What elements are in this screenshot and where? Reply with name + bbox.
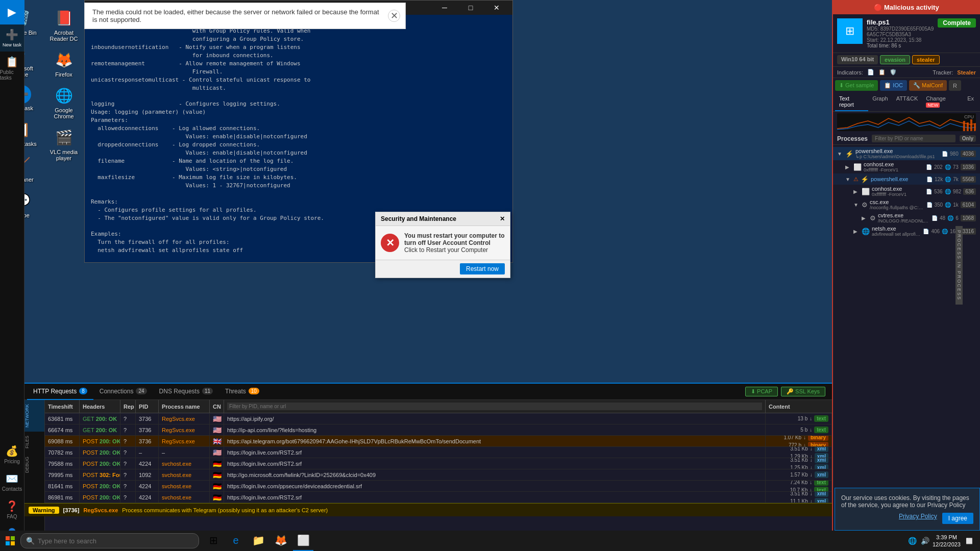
expand-icon-3316[interactable]: ▶ bbox=[853, 229, 860, 234]
table-row[interactable]: 70782 ms POST 200: OK ? – – 🇺🇸 https://l… bbox=[45, 447, 832, 458]
tag-stealer[interactable]: stealer bbox=[912, 55, 939, 64]
show-desktop-button[interactable]: ⬜ bbox=[964, 537, 975, 545]
cookies-buttons: Privacy Policy I agree bbox=[841, 513, 973, 524]
td-rep: ? bbox=[120, 424, 136, 435]
file-name: file.ps1 bbox=[867, 18, 934, 26]
warning-icon-5568: ⚠ bbox=[853, 176, 859, 183]
only-badge[interactable]: Only bbox=[960, 135, 976, 142]
expand-icon-636[interactable]: ▶ bbox=[853, 189, 860, 194]
process-item-636[interactable]: ▶ ⬜ conhost.exe 0xffffffff -ForceV1 📄 53… bbox=[833, 185, 980, 198]
restart-button[interactable]: Restart now bbox=[460, 263, 505, 274]
expand-icon-6104[interactable]: ▼ bbox=[853, 202, 860, 208]
r-button[interactable]: R bbox=[949, 80, 961, 91]
table-row[interactable]: 69088 ms POST 200: OK ? 3736 RegSvcs.exe… bbox=[45, 436, 832, 447]
th-headers: Headers bbox=[80, 400, 120, 413]
pid-3316: 3316 bbox=[961, 228, 976, 235]
process-item-4036[interactable]: ▼ ⚡ powershell.exe ↳p C:\Users\admin\Dow… bbox=[833, 147, 980, 160]
svg-rect-4 bbox=[974, 123, 976, 131]
expand-icon-4036[interactable]: ▼ bbox=[837, 151, 843, 157]
td-method: POST 302: Found bbox=[80, 469, 120, 480]
desktop-icon-chrome[interactable]: 🌐 Google Chrome bbox=[45, 83, 83, 122]
table-row[interactable]: 79588 ms POST 200: OK ? 4224 svchost.exe… bbox=[45, 458, 832, 469]
ssl-keys-button[interactable]: 🔑 SSL Keys bbox=[781, 387, 825, 396]
process-name-5568: powershell.exe bbox=[871, 176, 924, 182]
taskbar-app-task-view[interactable]: ⊞ bbox=[203, 531, 224, 551]
table-row[interactable]: 81641 ms POST 200: OK ? 4224 svchost.exe… bbox=[45, 481, 832, 492]
expand-icon-1068[interactable]: ▶ bbox=[862, 215, 868, 221]
desktop-icon-vlc[interactable]: 🎬 VLC media player bbox=[45, 124, 83, 164]
agree-button[interactable]: I agree bbox=[942, 513, 973, 524]
maximize-button[interactable]: □ bbox=[459, 1, 482, 15]
expand-icon-5568[interactable]: ▼ bbox=[845, 177, 851, 182]
indicator-file-icon: 📋 bbox=[878, 69, 886, 76]
desktop-icon-acrobat[interactable]: 📕 Acrobat Reader DC bbox=[45, 5, 83, 44]
expand-icon-1036[interactable]: ▶ bbox=[845, 164, 851, 170]
start-button[interactable] bbox=[0, 531, 20, 551]
process-name-container-4036: powershell.exe ↳p C:\Users\admin\Downloa… bbox=[855, 148, 940, 159]
pcap-button[interactable]: ⬇ PCAP bbox=[745, 387, 778, 396]
process-item-6104[interactable]: ▼ ⚙ csc.exe /noconfig /fullpaths @C:\Use… bbox=[833, 198, 980, 211]
td-url: https://api.telegram.org/bot6796620947:A… bbox=[224, 436, 766, 446]
td-url: https://login.live.com/RST2.srf bbox=[224, 458, 766, 469]
tab-http-requests[interactable]: HTTP Requests 8 bbox=[27, 384, 93, 400]
minimize-button[interactable]: ─ bbox=[433, 1, 456, 15]
taskbar-app-explorer[interactable]: 📁 bbox=[248, 531, 268, 551]
tab-ex[interactable]: Ex bbox=[963, 93, 978, 111]
table-row[interactable]: 66674 ms GET 200: OK ? 3736 RegSvcs.exe … bbox=[45, 424, 832, 436]
svg-rect-7 bbox=[6, 541, 10, 545]
process-icon-6104: ⚙ bbox=[862, 201, 868, 209]
file-total-time: Total time: 86 s bbox=[867, 43, 934, 48]
warning-process[interactable]: RegSvcs.exe bbox=[83, 507, 118, 513]
file-icon: ⊞ bbox=[837, 18, 863, 44]
process-item-1036[interactable]: ▶ ⬜ conhost.exe 0xffffffff -ForceV1 📄 20… bbox=[833, 160, 980, 173]
tab-connections[interactable]: Connections 24 bbox=[93, 384, 153, 400]
sidebar-item-pricing[interactable]: 💰 Pricing bbox=[0, 441, 24, 468]
tab-attck[interactable]: ATT&CK bbox=[892, 93, 922, 111]
privacy-policy-link[interactable]: Privacy Policy bbox=[899, 513, 937, 524]
table-row[interactable]: 79995 ms POST 302: Found ? 1092 svchost.… bbox=[45, 469, 832, 481]
td-flag: 🇩🇪 bbox=[210, 481, 224, 491]
taskbar-app-firefox[interactable]: 🦊 bbox=[271, 531, 291, 551]
indicators-row: Indicators: 📄 📋 🛡️ Tracker: Stealer bbox=[833, 66, 980, 78]
warning-message: Process communicates with Telegram (poss… bbox=[122, 507, 328, 513]
close-button[interactable]: ✕ bbox=[485, 1, 508, 15]
taskbar-search-box[interactable]: 🔍 bbox=[20, 533, 199, 548]
url-filter-input[interactable] bbox=[227, 403, 762, 410]
tab-dns-requests[interactable]: DNS Requests 11 bbox=[153, 384, 219, 400]
sidebar-item-public-tasks[interactable]: 📋 Public tasks bbox=[0, 52, 24, 85]
table-row[interactable]: 63681 ms GET 200: OK ? 3736 RegSvcs.exe … bbox=[45, 413, 832, 424]
desktop-icon-firefox[interactable]: 🦊 Firefox bbox=[45, 47, 83, 80]
files-tab[interactable]: FILES bbox=[24, 432, 44, 453]
table-row[interactable]: 86981 ms POST 200: OK ? 4224 svchost.exe… bbox=[45, 492, 832, 503]
td-process: svchost.exe bbox=[159, 481, 210, 491]
network-tab[interactable]: NETWORK bbox=[24, 400, 44, 432]
tab-change[interactable]: Change NEW bbox=[922, 93, 963, 111]
tag-evasion[interactable]: evasion bbox=[880, 55, 910, 64]
process-item-1068[interactable]: ▶ ⚙ cvtres.exe /NOLOGO /READONLY /MACHIN… bbox=[833, 211, 980, 224]
malconf-button[interactable]: 🔧 MalConf bbox=[909, 80, 947, 91]
media-error-close[interactable]: ✕ bbox=[388, 10, 400, 22]
taskbar-app-edge[interactable]: e bbox=[226, 531, 246, 551]
get-sample-button[interactable]: ⬇ Get sample bbox=[835, 80, 878, 91]
security-close-icon[interactable]: ✕ bbox=[500, 215, 505, 222]
process-item-5568[interactable]: ▼ ⚠ ⚡ powershell.exe 📄 12k 🌐 7k 5568 bbox=[833, 173, 980, 185]
sidebar-item-contacts[interactable]: ✉️ Contacts bbox=[0, 468, 24, 496]
file-details: file.ps1 MD5: 8397D2390E65F005A96A5C7FC5… bbox=[867, 18, 934, 48]
process-cmd-6104: /noconfig /fullpaths @C:\Users\admin\App… bbox=[870, 205, 924, 210]
tab-graph[interactable]: Graph bbox=[868, 93, 892, 111]
ioc-button[interactable]: 📋 IOC bbox=[880, 80, 907, 91]
sidebar-item-faq[interactable]: ❓ FAQ bbox=[0, 496, 24, 523]
tracker-value[interactable]: Stealer bbox=[957, 69, 976, 76]
tab-text-report[interactable]: Text report bbox=[835, 93, 868, 111]
anyrun-logo-icon[interactable]: ▶ bbox=[0, 0, 24, 24]
process-cmd-3316: advfirewall set allprofiles state off -E… bbox=[872, 232, 921, 237]
taskbar-search-input[interactable] bbox=[38, 537, 193, 545]
debug-tab[interactable]: DEBUG bbox=[24, 453, 44, 477]
warning-pid: [3736] bbox=[63, 507, 80, 513]
media-error-text: The media could not be loaded, either be… bbox=[92, 8, 385, 23]
tab-threats[interactable]: Threats 10 bbox=[219, 384, 265, 400]
taskbar-app-powershell[interactable]: ⬜ bbox=[293, 531, 313, 551]
sidebar-item-new-task[interactable]: ➕ New task bbox=[0, 24, 24, 52]
process-cmd-636: 0xffffffff -ForceV1 bbox=[872, 192, 924, 197]
processes-filter-input[interactable] bbox=[872, 135, 955, 142]
